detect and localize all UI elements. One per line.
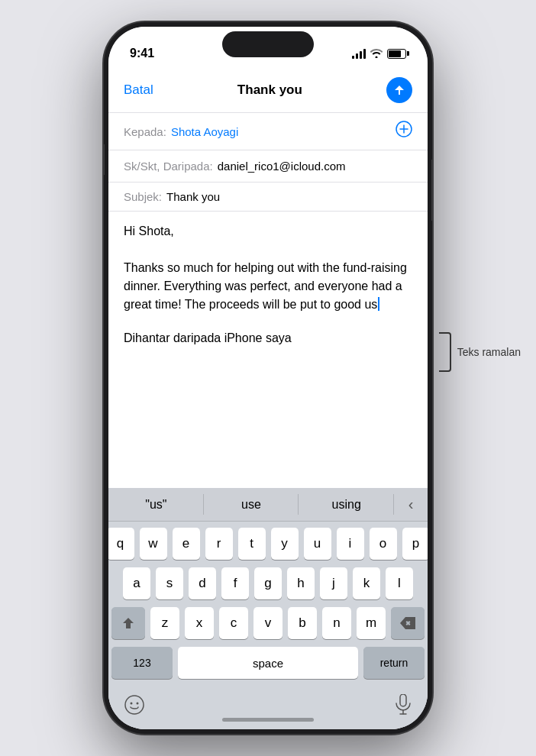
key-row-3: z x c v b n m: [111, 607, 425, 639]
space-key[interactable]: space: [178, 647, 358, 679]
predictive-item-1[interactable]: "us": [108, 488, 204, 521]
key-z[interactable]: z: [150, 607, 179, 639]
cancel-button[interactable]: Batal: [124, 82, 153, 98]
phone-frame: 9:41: [104, 22, 432, 734]
key-l[interactable]: l: [386, 567, 413, 599]
home-indicator: [222, 718, 314, 722]
annotation: Teks ramalan: [439, 332, 521, 372]
backspace-icon: [400, 617, 415, 629]
keyboard-rows: q w e r t y u i o p a s d f g: [108, 522, 428, 690]
key-s[interactable]: s: [156, 567, 183, 599]
annotation-label: Teks ramalan: [457, 346, 521, 358]
backspace-key[interactable]: [391, 607, 425, 639]
add-icon: [396, 121, 412, 137]
signature: Dihantar daripada iPhone saya: [124, 329, 412, 347]
to-label: Kepada:: [124, 125, 166, 138]
cc-value: daniel_rico1@icloud.com: [218, 160, 346, 173]
shift-icon: [121, 616, 135, 630]
key-j[interactable]: j: [320, 567, 347, 599]
annotation-bracket: [439, 332, 451, 372]
key-t[interactable]: t: [238, 528, 266, 560]
compose-area: Batal Thank you Kepada: Shota Aoyagi: [108, 68, 428, 488]
compose-title: Thank you: [237, 82, 302, 98]
key-p[interactable]: p: [402, 528, 428, 560]
key-k[interactable]: k: [353, 567, 380, 599]
bottom-bar: [108, 690, 428, 729]
body-greeting: Hi Shota,: [124, 222, 412, 241]
svg-rect-6: [400, 694, 406, 706]
key-r[interactable]: r: [205, 528, 233, 560]
key-i[interactable]: i: [337, 528, 364, 560]
key-a[interactable]: a: [123, 567, 150, 599]
key-w[interactable]: w: [140, 528, 167, 560]
body-area[interactable]: Hi Shota, Thanks so much for helping out…: [108, 212, 428, 488]
add-recipient-button[interactable]: [396, 121, 412, 142]
status-icons: [352, 49, 406, 59]
key-h[interactable]: h: [287, 567, 315, 599]
predictive-bar: "us" use using ‹: [108, 488, 428, 522]
svg-point-3: [125, 696, 144, 714]
dynamic-island: [222, 31, 314, 57]
send-button[interactable]: [386, 77, 412, 103]
text-cursor: [378, 297, 379, 311]
nav-bar: Batal Thank you: [108, 68, 428, 113]
predictive-item-3[interactable]: using: [299, 488, 394, 521]
microphone-button[interactable]: [394, 694, 412, 719]
wifi-icon: [370, 49, 383, 58]
to-value[interactable]: Shota Aoyagi: [171, 125, 238, 138]
emoji-icon: [124, 694, 145, 716]
status-time: 9:41: [130, 47, 154, 60]
predictive-item-2[interactable]: use: [204, 488, 299, 521]
subject-field-row: Subjek: Thank you: [108, 183, 428, 212]
predictive-collapse-button[interactable]: ‹: [394, 496, 428, 513]
key-d[interactable]: d: [189, 567, 216, 599]
key-f[interactable]: f: [221, 567, 249, 599]
battery-icon: [387, 49, 406, 59]
shift-key[interactable]: [111, 607, 145, 639]
cc-field-row: Sk/Skt, Daripada: daniel_rico1@icloud.co…: [108, 150, 428, 183]
key-x[interactable]: x: [185, 607, 214, 639]
key-v[interactable]: v: [253, 607, 283, 639]
subject-label: Subjek:: [124, 190, 162, 203]
send-icon: [393, 84, 405, 96]
subject-value[interactable]: Thank you: [166, 190, 220, 203]
key-row-1: q w e r t y u i o p: [111, 528, 425, 560]
key-n[interactable]: n: [322, 607, 351, 639]
numbers-key[interactable]: 123: [111, 647, 173, 679]
cc-label: Sk/Skt, Daripada:: [124, 160, 213, 173]
key-q[interactable]: q: [108, 528, 134, 560]
body-paragraph: Thanks so much for helping out with the …: [124, 259, 412, 314]
screen: 9:41: [108, 27, 428, 729]
svg-point-4: [131, 703, 133, 705]
key-c[interactable]: c: [219, 607, 248, 639]
key-row-2: a s d f g h j k l: [111, 567, 425, 599]
keyboard-area: "us" use using ‹ q w e r t y: [108, 488, 428, 729]
key-y[interactable]: y: [271, 528, 299, 560]
signal-bars-icon: [352, 49, 366, 59]
to-field-row: Kepada: Shota Aoyagi: [108, 113, 428, 150]
key-u[interactable]: u: [304, 528, 331, 560]
key-e[interactable]: e: [173, 528, 200, 560]
key-g[interactable]: g: [254, 567, 282, 599]
key-row-4: 123 space return: [111, 647, 425, 679]
emoji-button[interactable]: [124, 694, 145, 719]
key-m[interactable]: m: [357, 607, 386, 639]
key-o[interactable]: o: [370, 528, 397, 560]
svg-point-5: [137, 703, 139, 705]
return-key[interactable]: return: [363, 647, 425, 679]
key-b[interactable]: b: [288, 607, 317, 639]
microphone-icon: [394, 694, 412, 716]
